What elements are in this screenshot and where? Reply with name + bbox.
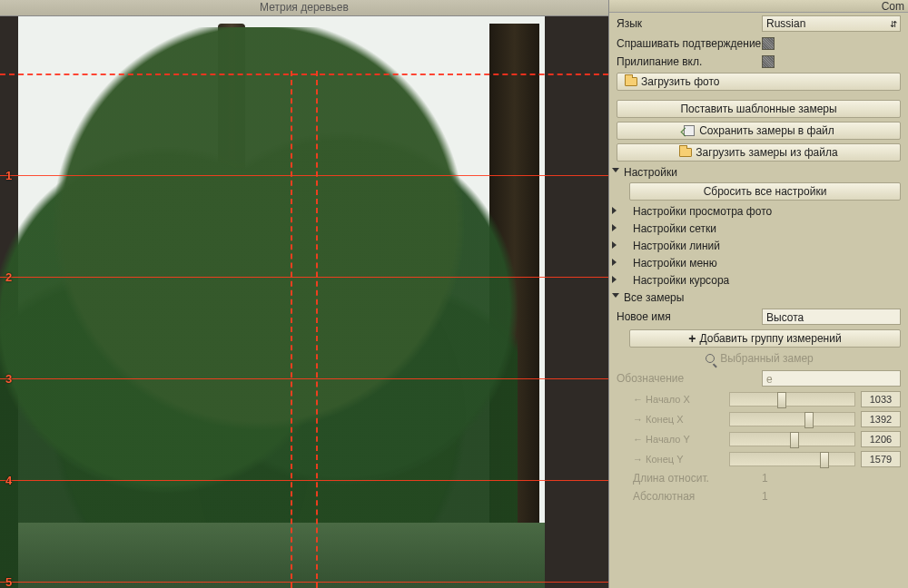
designation-label: Обозначение	[617, 372, 762, 385]
end-x-label: → Конец X	[633, 414, 724, 425]
chevron-right-icon	[612, 276, 617, 283]
absolute-label: Абсолютная	[617, 490, 762, 503]
menu-settings-item[interactable]: Настройки меню	[609, 254, 908, 271]
end-y-slider[interactable]	[729, 452, 855, 466]
chevron-right-icon	[612, 224, 617, 231]
photo-view-settings-item[interactable]: Настройки просмотра фото	[609, 202, 908, 220]
snap-label: Прилипание вкл.	[617, 55, 762, 68]
plus-icon: +	[688, 334, 696, 343]
panel-tab[interactable]: Com	[609, 0, 908, 13]
absolute-value: 1	[762, 490, 901, 503]
save-measures-button[interactable]: Сохранить замеры в файл	[617, 122, 901, 140]
settings-section-header[interactable]: Настройки	[609, 163, 908, 181]
side-panel: Com Язык Russian⇵ Спрашивать подтвержден…	[608, 0, 908, 588]
designation-input[interactable]: e	[762, 370, 901, 387]
chevron-updown-icon: ⇵	[890, 19, 897, 29]
end-x-value[interactable]: 1392	[861, 411, 901, 427]
start-y-slider[interactable]	[729, 432, 855, 446]
load-measures-button[interactable]: Загрузить замеры из файла	[617, 143, 901, 162]
end-x-slider[interactable]	[729, 412, 855, 426]
photo	[18, 16, 545, 588]
folder-icon	[625, 76, 637, 87]
place-templates-button[interactable]: Поставить шаблонные замеры	[617, 100, 901, 118]
chevron-right-icon	[612, 241, 617, 249]
magnifier-icon	[704, 353, 716, 364]
cursor-settings-item[interactable]: Настройки курсора	[609, 271, 908, 289]
start-x-value[interactable]: 1033	[861, 391, 901, 407]
grid-settings-item[interactable]: Настройки сетки	[609, 220, 908, 237]
window-title: Метрия деревьев	[0, 0, 608, 16]
folder-icon	[679, 147, 692, 158]
relative-length-label: Длина относит.	[617, 472, 762, 485]
relative-length-value: 1	[762, 472, 901, 485]
language-select[interactable]: Russian⇵	[762, 15, 901, 32]
language-label: Язык	[617, 17, 762, 30]
snap-checkbox[interactable]	[762, 55, 775, 68]
confirm-checkbox[interactable]	[762, 37, 775, 50]
chevron-right-icon	[612, 259, 617, 266]
chevron-down-icon	[612, 293, 619, 298]
new-name-label: Новое имя	[617, 310, 762, 323]
confirm-label: Спрашивать подтверждение	[617, 37, 762, 50]
lines-settings-item[interactable]: Настройки линий	[609, 237, 908, 254]
all-measures-section-header[interactable]: Все замеры	[609, 289, 908, 306]
photo-viewport[interactable]: 12345	[0, 16, 608, 588]
end-y-value[interactable]: 1579	[861, 451, 901, 467]
end-y-label: → Конец Y	[633, 454, 724, 465]
chevron-right-icon	[612, 207, 617, 214]
start-y-label: ← Начало Y	[633, 434, 724, 445]
load-photo-button[interactable]: Загрузить фото	[617, 73, 901, 91]
reset-settings-button[interactable]: Сбросить все настройки	[629, 182, 901, 201]
start-y-value[interactable]: 1206	[861, 431, 901, 447]
start-x-slider[interactable]	[729, 392, 855, 407]
chevron-down-icon	[612, 168, 619, 172]
selected-measure-label: Выбранный замер	[720, 352, 814, 365]
save-icon	[683, 125, 696, 136]
add-group-button[interactable]: + Добавить группу измерений	[629, 329, 901, 348]
start-x-label: ← Начало X	[633, 394, 724, 405]
new-name-input[interactable]: Высота	[762, 309, 901, 325]
